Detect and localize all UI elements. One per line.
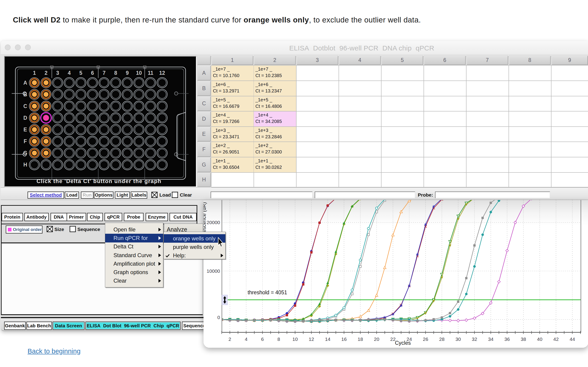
svg-text:G: G: [23, 150, 27, 156]
svg-text:38: 38: [521, 336, 526, 342]
svg-text:2: 2: [229, 336, 231, 342]
svg-text:1: 1: [33, 70, 36, 76]
svg-text:Click the 'Delta Ct' button un: Click the 'Delta Ct' button under the gr…: [36, 178, 162, 184]
svg-text:8: 8: [277, 336, 280, 342]
svg-text:C: C: [23, 103, 27, 109]
svg-text:14: 14: [325, 336, 330, 342]
svg-text:36: 36: [504, 336, 510, 342]
svg-text:Cycles: Cycles: [395, 340, 411, 346]
svg-text:8: 8: [114, 70, 117, 76]
svg-text:42: 42: [553, 336, 559, 342]
svg-text:0: 0: [217, 315, 220, 320]
svg-text:2: 2: [44, 70, 48, 76]
svg-text:6: 6: [261, 336, 264, 342]
svg-text:30: 30: [456, 336, 461, 342]
svg-text:40: 40: [537, 336, 542, 342]
svg-text:28: 28: [439, 336, 444, 342]
svg-text:10: 10: [292, 336, 298, 342]
svg-text:E: E: [23, 127, 27, 133]
svg-text:44: 44: [570, 336, 575, 342]
svg-text:9: 9: [126, 70, 129, 76]
svg-text:4: 4: [68, 70, 71, 76]
svg-text:10000: 10000: [207, 268, 220, 274]
svg-text:12: 12: [309, 336, 314, 342]
svg-text:threshold = 4051: threshold = 4051: [248, 290, 287, 295]
svg-text:F: F: [24, 138, 27, 144]
svg-text:4: 4: [245, 336, 248, 342]
svg-text:16: 16: [341, 336, 346, 342]
svg-text:6: 6: [91, 70, 94, 76]
svg-text:32: 32: [472, 336, 477, 342]
svg-text:34: 34: [488, 336, 493, 342]
svg-text:7: 7: [103, 70, 106, 76]
svg-text:A: A: [23, 80, 27, 86]
svg-text:D: D: [23, 115, 27, 121]
svg-text:12: 12: [159, 70, 165, 76]
svg-text:B: B: [23, 92, 27, 98]
svg-text:3: 3: [56, 70, 59, 76]
svg-text:20000: 20000: [207, 220, 220, 225]
svg-text:11: 11: [148, 70, 153, 76]
svg-text:H: H: [23, 162, 27, 168]
svg-text:20: 20: [374, 336, 379, 342]
svg-text:5: 5: [79, 70, 82, 76]
svg-text:26: 26: [423, 336, 428, 342]
svg-text:10: 10: [136, 70, 142, 76]
svg-text:18: 18: [358, 336, 363, 342]
